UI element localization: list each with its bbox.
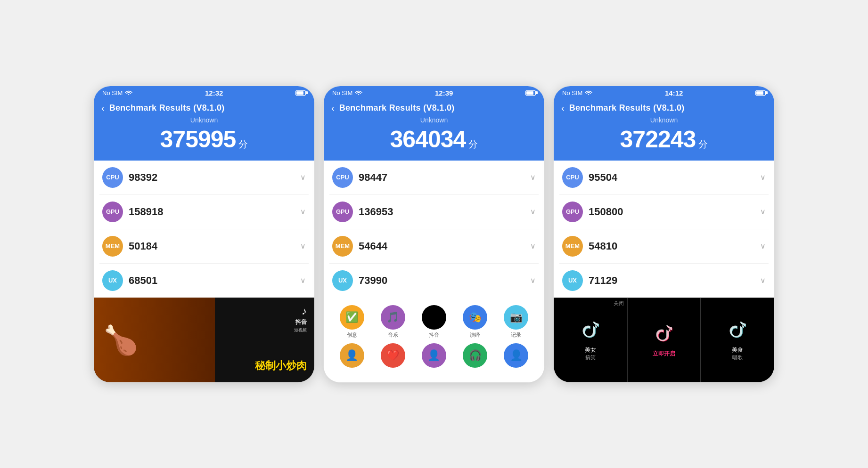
expand-chevron[interactable]: ∨ (530, 242, 536, 250)
page-title: Benchmark Results (V8.1.0) (569, 103, 685, 113)
benchmark-header: ‹ Benchmark Results (V8.1.0) Unknown 372… (554, 99, 774, 161)
app-label: 抖音 (429, 331, 439, 339)
gpu-badge: GPU (562, 202, 583, 222)
gpu-badge: GPU (102, 202, 123, 222)
status-right (755, 90, 766, 96)
bench-row-mem[interactable]: MEM 54810 ∨ (559, 229, 769, 264)
ad-banner[interactable]: ✅ 创意 🎵 音乐 ♪ 抖音 🎭 演绎 📷 记录 (324, 298, 544, 382)
wifi-icon (125, 89, 132, 97)
app-icon: 🎧 (463, 343, 487, 368)
ux-badge: UX (562, 270, 583, 291)
expand-chevron[interactable]: ∨ (760, 207, 766, 216)
wifi-icon (585, 89, 592, 97)
bench-row-gpu[interactable]: GPU 150800 ∨ (559, 195, 769, 229)
tiktok-panel-icon (580, 318, 601, 343)
battery-icon (295, 90, 306, 96)
app-icon: 🎵 (381, 305, 405, 330)
app-item[interactable]: 👤 (499, 343, 533, 370)
food-title: 秘制小炒肉 (255, 359, 307, 373)
expand-chevron[interactable]: ∨ (530, 173, 536, 182)
mem-value: 54810 (589, 240, 617, 252)
bench-row-cpu[interactable]: CPU 95504 ∨ (559, 161, 769, 195)
app-icon: 👤 (504, 343, 528, 368)
carrier-label: No SIM (562, 89, 582, 97)
app-label: 演绎 (470, 331, 480, 339)
expand-chevron[interactable]: ∨ (300, 207, 306, 216)
tiktok-panel-0[interactable]: 关闭 美女 搞笑 (554, 298, 627, 382)
app-item[interactable]: ✅ 创意 (335, 305, 369, 339)
device-name: Unknown (101, 116, 307, 124)
tiktok-logo: ♪ 抖音 短视频 (294, 305, 307, 333)
bench-row-gpu[interactable]: GPU 158918 ∨ (99, 195, 309, 229)
expand-chevron[interactable]: ∨ (300, 242, 306, 250)
mem-badge: MEM (562, 236, 583, 257)
expand-chevron[interactable]: ∨ (530, 276, 536, 285)
bench-left: MEM 54644 (332, 236, 387, 257)
bench-row-gpu[interactable]: GPU 136953 ∨ (329, 195, 539, 229)
back-button[interactable]: ‹ (331, 103, 335, 113)
bench-left: MEM 50184 (102, 236, 157, 257)
status-bar: No SIM 14:12 (554, 86, 774, 99)
total-score: 372243 (620, 126, 696, 153)
status-left: No SIM (102, 89, 132, 97)
app-item[interactable]: 🎵 音乐 (376, 305, 410, 339)
food-title-area: 秘制小炒肉 (255, 359, 307, 373)
expand-chevron[interactable]: ∨ (300, 276, 306, 285)
bench-row-mem[interactable]: MEM 50184 ∨ (99, 229, 309, 264)
tiktok-sub: 短视频 (294, 327, 307, 333)
bench-left: CPU 98447 (332, 167, 387, 188)
status-left: No SIM (562, 89, 592, 97)
panel-label: 立即开启 (653, 350, 675, 358)
bench-row-cpu[interactable]: CPU 98447 ∨ (329, 161, 539, 195)
gpu-value: 136953 (359, 206, 393, 218)
expand-chevron[interactable]: ∨ (530, 207, 536, 216)
app-item[interactable]: 👤 (335, 343, 369, 370)
device-name: Unknown (331, 116, 537, 124)
panel-sub: 搞笑 (585, 354, 596, 361)
expand-chevron[interactable]: ∨ (760, 173, 766, 182)
bench-row-cpu[interactable]: CPU 98392 ∨ (99, 161, 309, 195)
expand-chevron[interactable]: ∨ (300, 173, 306, 182)
ux-badge: UX (102, 270, 123, 291)
app-item[interactable]: ♪ 抖音 (417, 305, 451, 339)
tiktok-panel-icon (727, 318, 748, 343)
mem-badge: MEM (102, 236, 123, 257)
close-button[interactable]: 关闭 (614, 300, 624, 307)
bench-row-ux[interactable]: UX 71129 ∨ (559, 264, 769, 298)
battery-icon (755, 90, 766, 96)
tiktok-panel-2[interactable]: 美食 唱歌 (701, 298, 774, 382)
total-score: 364034 (390, 126, 466, 153)
ux-value: 68501 (129, 274, 157, 287)
app-item[interactable]: ❤️ (376, 343, 410, 370)
status-bar: No SIM 12:32 (94, 86, 314, 99)
phone-frame-1: No SIM 12:32 ‹ Benchmar (93, 86, 315, 383)
gpu-badge: GPU (332, 202, 353, 222)
app-item[interactable]: 📷 记录 (499, 305, 533, 339)
tiktok-name: 抖音 (295, 318, 307, 326)
bench-left: GPU 158918 (102, 202, 163, 222)
back-button[interactable]: ‹ (561, 103, 565, 113)
app-item[interactable]: 🎧 (458, 343, 492, 370)
time-display: 12:32 (205, 89, 223, 97)
cpu-badge: CPU (562, 167, 583, 188)
cpu-value: 95504 (589, 171, 617, 184)
page-title: Benchmark Results (V8.1.0) (339, 103, 455, 113)
app-icon: 🎭 (463, 305, 487, 330)
expand-chevron[interactable]: ∨ (760, 276, 766, 285)
app-item[interactable]: 👤 (417, 343, 451, 370)
tiktok-panel-1[interactable]: 立即开启 (627, 298, 701, 382)
expand-chevron[interactable]: ∨ (760, 242, 766, 250)
ad-banner[interactable]: ♪ 抖音 短视频 秘制小炒肉 (94, 298, 314, 382)
bench-row-mem[interactable]: MEM 54644 ∨ (329, 229, 539, 264)
ad-banner[interactable]: 关闭 美女 搞笑 立即开启 (554, 298, 774, 382)
phone-frame-3: No SIM 14:12 ‹ Benchmar (553, 86, 775, 383)
gpu-value: 158918 (129, 206, 163, 218)
bench-row-ux[interactable]: UX 68501 ∨ (99, 264, 309, 298)
app-item[interactable]: 🎭 演绎 (458, 305, 492, 339)
back-button[interactable]: ‹ (101, 103, 105, 113)
carrier-label: No SIM (332, 89, 352, 97)
bench-left: CPU 95504 (562, 167, 617, 188)
wifi-icon (355, 89, 362, 97)
bench-row-ux[interactable]: UX 73990 ∨ (329, 264, 539, 298)
metrics-list: CPU 95504 ∨ GPU 150800 ∨ MEM 54810 ∨ (554, 161, 774, 298)
